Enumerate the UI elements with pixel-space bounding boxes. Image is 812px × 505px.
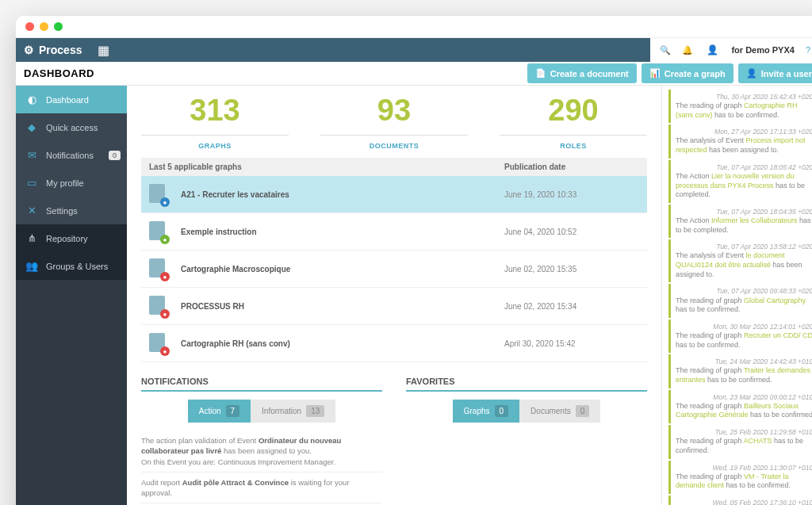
stat-label: GRAPHS [141,135,289,150]
activity-link[interactable]: Bailleurs Sociaux Cartographie Générale [676,402,799,419]
app-name: Process [39,44,82,56]
activity-item[interactable]: Mon, 30 Mar 2020 12:14:01 +0200The readi… [668,319,812,353]
row-title: Cartographie RH (sans conv) [181,339,504,348]
status-badge: ● [160,235,170,244]
sidebar-item-repository[interactable]: ⋔Repository [16,224,127,252]
activity-item[interactable]: Wed, 05 Feb 2020 17:36:10 +0100The readi… [668,495,812,505]
minimize-window-button[interactable] [40,22,48,31]
row-date: June 02, 2020 15:35 [504,265,639,274]
stat-label: DOCUMENTS [320,135,468,150]
activity-item[interactable]: Tue, 07 Apr 2020 18:05:42 +0200The Actio… [668,160,812,203]
avatar[interactable]: 👤 [704,42,720,58]
sidebar-item-profile[interactable]: ▭My profile [16,169,127,197]
card-icon: ▭ [25,177,38,189]
notification-item[interactable]: Audit report Audit pôle Attract & Convin… [141,472,382,504]
sidebar-item-settings[interactable]: ✕Settings [16,197,127,224]
mac-titlebar [16,16,812,38]
col-header-date: Publication date [504,163,639,171]
activity-timestamp: Wed, 05 Feb 2020 17:36:10 +0100 [676,499,812,505]
logo-icon: ⚙ [24,44,34,56]
top-header: ⚙ Process ▦ 🔍 🔔 👤 for Demo PYX4 ? [16,38,812,62]
activity-item[interactable]: Tue, 07 Apr 2020 13:58:12 +0200The analy… [668,239,812,282]
row-title: A21 - Recruter les vacataires [181,190,504,199]
main-content: 313GRAPHS 93DOCUMENTS 290ROLES Last 5 ap… [127,86,661,505]
activity-feed: Thu, 30 Apr 2020 15:42:43 +0200The readi… [661,86,812,505]
sidebar-label: Repository [46,234,88,243]
tab-graphs[interactable]: Graphs0 [453,400,519,423]
gauge-icon: ◐ [25,94,38,105]
activity-timestamp: Tue, 07 Apr 2020 09:48:33 +0200 [676,287,812,296]
search-icon[interactable]: 🔍 [660,45,671,55]
app-window: ⚙ Process ▦ 🔍 🔔 👤 for Demo PYX4 ? DASHBO… [16,16,812,505]
activity-item[interactable]: Tue, 07 Apr 2020 18:04:35 +0200The Actio… [668,205,812,238]
stat-label: ROLES [500,135,647,150]
tab-information[interactable]: Information13 [251,400,335,423]
maximize-window-button[interactable] [54,22,63,31]
activity-timestamp: Tue, 07 Apr 2020 13:58:12 +0200 [676,243,812,251]
apps-grid-icon[interactable]: ▦ [98,43,109,58]
activity-link[interactable]: Cartographie RH (sans conv) [676,101,798,119]
sidebar-label: Dashboard [46,95,89,105]
tools-icon: ✕ [25,205,38,216]
sidebar-item-notifications[interactable]: ✉Notifications0 [16,141,127,169]
tab-documents[interactable]: Documents0 [519,400,600,423]
table-row[interactable]: ●A21 - Recruter les vacatairesJune 19, 2… [141,176,647,213]
create-graph-button[interactable]: 📊Create a graph [642,63,733,83]
activity-link[interactable]: Global Cartography [744,296,806,304]
sub-header: DASHBOARD 📄Create a document 📊Create a g… [16,62,812,86]
sidebar-item-quick-access[interactable]: ◆Quick access [16,113,127,141]
status-badge: ● [160,197,170,207]
panel-title: NOTIFICATIONS [141,377,382,392]
user-plus-icon: 👤 [746,68,757,78]
tab-count: 13 [306,405,324,417]
notification-item[interactable]: The action plan validation of Event Ordi… [141,430,382,472]
table-row[interactable]: ●PROCESSUS RHJune 02, 2020 15:34 [141,288,647,325]
col-header-name: Last 5 applicable graphs [149,163,504,171]
tab-count: 0 [576,405,590,417]
page-title: DASHBOARD [24,67,94,79]
activity-item[interactable]: Mon, 23 Mar 2020 09:00:12 +0100The readi… [668,390,812,423]
activity-item[interactable]: Thu, 30 Apr 2020 15:42:43 +0200The readi… [668,90,812,123]
help-icon[interactable]: ? [806,45,810,55]
activity-link[interactable]: le document QUALI0124 doit être actualis… [676,251,785,269]
table-row[interactable]: ●Cartographie MacroscopiqueJune 02, 2020… [141,251,647,288]
table-header: Last 5 applicable graphs Publication dat… [141,158,647,176]
sidebar-item-dashboard[interactable]: ◐Dashboard [16,86,127,113]
document-icon: ● [149,258,170,279]
stat-value: 93 [320,95,468,125]
create-document-button[interactable]: 📄Create a document [527,63,637,83]
table-row[interactable]: ●Exemple instructionJune 04, 2020 10:52 [141,213,647,251]
sidebar-item-groups-users[interactable]: 👥Groups & Users [16,252,127,280]
activity-item[interactable]: Tue, 07 Apr 2020 09:48:33 +0200The readi… [668,284,812,317]
table-row[interactable]: ●Cartographie RH (sans conv)April 30, 20… [141,325,647,362]
activity-link[interactable]: Recruter un CDD/ CDI [744,331,812,339]
activity-link[interactable]: ACHATS [744,437,772,445]
row-title: Cartographie Macroscopique [181,265,504,274]
row-date: June 19, 2020 10:33 [504,190,639,199]
activity-link[interactable]: Traiter les demandes entrantes [676,366,810,384]
activity-item[interactable]: Tue, 25 Feb 2020 11:29:58 +0100The readi… [668,425,812,458]
activity-timestamp: Mon, 27 Apr 2020 17:11:33 +0200 [676,128,812,136]
document-icon: ● [149,296,170,316]
activity-link[interactable]: Lier la nouvelle version du processus da… [676,172,795,189]
tab-count: 0 [495,405,509,417]
activity-item[interactable]: Mon, 27 Apr 2020 17:11:33 +0200The analy… [668,124,812,158]
activity-item[interactable]: Wed, 19 Feb 2020 11:30:07 +0100The readi… [668,461,812,494]
activity-link[interactable]: Process import not respected [676,136,806,154]
tab-count: 7 [226,405,240,417]
row-title: PROCESSUS RH [181,302,504,311]
invite-user-button[interactable]: 👤Invite a user [738,63,812,83]
document-icon: ● [149,333,170,354]
close-window-button[interactable] [25,22,34,31]
users-icon: 👥 [25,260,38,272]
activity-link[interactable]: Informer les Collaborateurs [711,216,798,224]
tab-action[interactable]: Action7 [188,400,251,423]
sidebar-label: Settings [46,206,78,216]
activity-link[interactable]: VM - Traiter la demande client [676,472,789,490]
app-logo: ⚙ Process [24,44,82,56]
notifications-panel: NOTIFICATIONS Action7 Information13 The … [141,377,382,503]
activity-item[interactable]: Tue, 24 Mar 2020 14:42:43 +0100The readi… [668,354,812,388]
bell-icon[interactable]: 🔔 [682,45,693,55]
row-date: June 04, 2020 10:52 [504,228,639,236]
envelope-icon: ✉ [25,149,38,161]
